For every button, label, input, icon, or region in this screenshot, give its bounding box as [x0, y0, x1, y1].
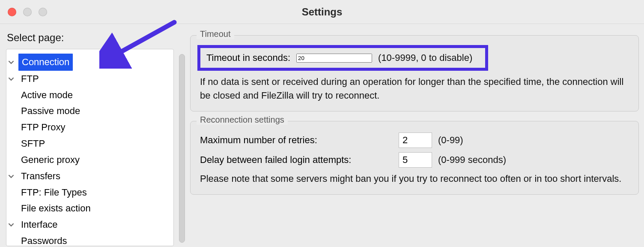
window-titlebar: Settings: [0, 0, 644, 24]
tree-item-passive-mode[interactable]: Passive mode: [6, 103, 173, 119]
tree-label: FTP Proxy: [18, 119, 68, 136]
retries-hint: (0-99): [438, 135, 463, 146]
tree-label: Passwords: [18, 233, 70, 246]
group-title: Timeout: [197, 29, 234, 39]
tree-item-active-mode[interactable]: Active mode: [6, 87, 173, 103]
chevron-down-icon[interactable]: [6, 57, 16, 67]
chevron-down-icon[interactable]: [6, 220, 16, 229]
tree-item-sftp[interactable]: SFTP: [6, 136, 173, 152]
tree-item-file-types[interactable]: FTP: File Types: [6, 184, 173, 201]
tree-label: Interface: [18, 217, 60, 233]
delay-hint: (0-999 seconds): [438, 154, 506, 166]
timeout-description: If no data is sent or received during an…: [200, 75, 629, 102]
chevron-down-icon[interactable]: [6, 172, 16, 181]
tree-item-ftp-proxy[interactable]: FTP Proxy: [6, 119, 173, 136]
tree-label: Generic proxy: [18, 152, 82, 168]
tree-item-ftp[interactable]: FTP: [6, 71, 173, 87]
minimize-window-button[interactable]: [23, 8, 32, 16]
reconnection-description: Please note that some servers might ban …: [200, 172, 629, 186]
settings-tree: Connection FTP Active mode Passive mode: [6, 49, 174, 246]
select-page-label: Select page:: [7, 32, 174, 44]
chevron-down-icon[interactable]: [6, 74, 16, 84]
window-title: Settings: [0, 6, 644, 18]
tree-label: FTP: File Types: [18, 184, 89, 201]
delay-label: Delay between failed login attempts:: [200, 154, 393, 166]
timeout-input[interactable]: [296, 54, 372, 63]
close-window-button[interactable]: [8, 8, 16, 16]
group-title: Reconnection settings: [197, 115, 288, 125]
timeout-label: Timeout in seconds:: [206, 52, 290, 63]
zoom-window-button[interactable]: [39, 8, 47, 16]
tree-item-generic-proxy[interactable]: Generic proxy: [6, 152, 173, 168]
tree-label: Connection: [18, 54, 73, 71]
timeout-group: Timeout Timeout in seconds: (10-9999, 0 …: [190, 35, 639, 111]
tree-item-connection[interactable]: Connection: [6, 54, 173, 71]
sidebar: Select page: Connection FTP Act: [0, 24, 180, 247]
tree-item-interface[interactable]: Interface: [6, 217, 173, 233]
tree-label: Transfers: [18, 168, 63, 184]
tree-item-transfers[interactable]: Transfers: [6, 168, 173, 184]
reconnection-group: Reconnection settings Maximum number of …: [190, 121, 639, 195]
settings-content: Timeout Timeout in seconds: (10-9999, 0 …: [180, 24, 644, 247]
tree-label: Active mode: [18, 87, 75, 103]
tree-label: SFTP: [18, 136, 48, 152]
retries-input[interactable]: [399, 133, 432, 148]
tree-label: File exists action: [18, 200, 93, 217]
tree-label: FTP: [18, 71, 42, 87]
timeout-highlight: Timeout in seconds: (10-9999, 0 to disab…: [197, 45, 488, 71]
retries-label: Maximum number of retries:: [200, 135, 393, 146]
delay-input[interactable]: [399, 152, 432, 168]
window-controls: [8, 8, 47, 16]
tree-label: Passive mode: [18, 103, 83, 119]
timeout-range-hint: (10-9999, 0 to disable): [378, 52, 472, 63]
tree-item-file-exists[interactable]: File exists action: [6, 200, 173, 217]
tree-item-passwords[interactable]: Passwords: [6, 233, 173, 246]
